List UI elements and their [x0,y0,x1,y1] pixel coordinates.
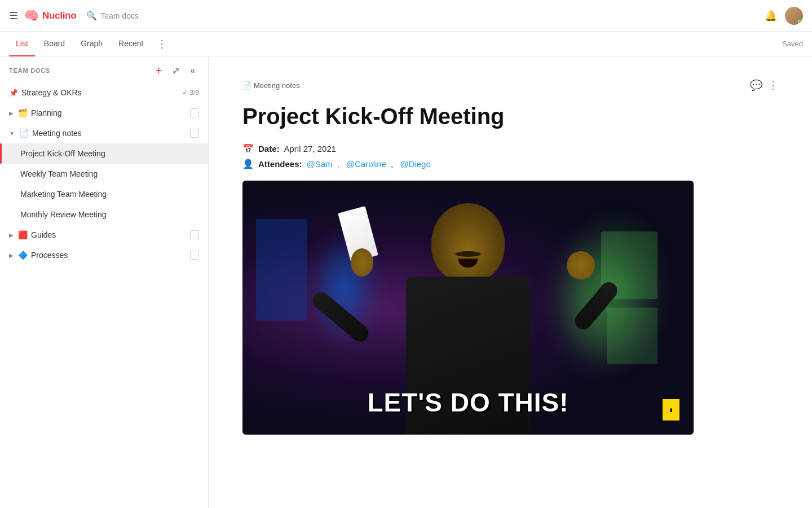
sidebar-item-marketing-team[interactable]: Marketing Team Meeting [0,184,208,204]
logo-area: 🧠 Nuclino [24,8,76,23]
attendee-sam[interactable]: @Sam [307,159,333,169]
hamburger-icon[interactable]: ☰ [9,10,18,22]
meta-date-row: 📅 Date: April 27, 2021 [242,143,778,154]
sidebar-item-processes[interactable]: ▶ 🔷 Processes [0,245,208,265]
meeting-notes-icon: 📄 [19,129,29,138]
search-label: Team docs [100,11,139,20]
saved-status: Saved [782,40,803,48]
content-topbar: 📄 Meeting notes 💬 ⋮ [242,79,778,91]
date-label: Date: [258,144,280,154]
sidebar-item-label: Strategy & OKRs [21,88,179,97]
tabbar: List Board Graph Recent ⋮ Saved [0,32,812,56]
main-area: TEAM DOCS + ⤢ « 📌 Strategy & OKRs ✓ 3/9 … [0,56,812,508]
date-value: April 27, 2021 [284,144,337,154]
person-hand-right [567,251,595,279]
sidebar-item-checkbox [190,129,199,138]
bell-icon[interactable]: 🔔 [765,10,777,22]
bg-screen-right2 [607,308,657,364]
avatar-online-dot [798,20,802,24]
attendee-diego[interactable]: @Diego [400,159,430,169]
search-area[interactable]: 🔍 Team docs [86,11,139,21]
sidebar-item-label: Marketing Team Meeting [20,190,199,199]
more-options-icon[interactable]: ⋮ [768,79,778,91]
planning-icon: 🗂️ [18,108,28,117]
chevron-down-icon: ▼ [9,130,15,137]
sidebar-item-checkbox [190,108,199,117]
sidebar: TEAM DOCS + ⤢ « 📌 Strategy & OKRs ✓ 3/9 … [0,56,209,508]
sidebar-item-label: Guides [31,230,187,239]
breadcrumb-icon: 📄 [242,81,251,90]
tab-graph[interactable]: Graph [74,32,109,56]
calendar-icon: 📅 [242,143,254,154]
bg-screen-left [256,219,307,321]
sidebar-collapse-button[interactable]: « [187,64,199,77]
comment-icon[interactable]: 💬 [750,79,762,91]
sidebar-expand-button[interactable]: ⤢ [170,64,182,77]
guides-icon: 🟥 [18,230,28,239]
tab-list[interactable]: List [9,32,35,56]
search-icon: 🔍 [86,11,97,21]
topbar-left: ☰ 🧠 Nuclino 🔍 Team docs [9,8,139,23]
natgeo-logo: ▮ [663,399,679,421]
sidebar-section-title: TEAM DOCS [9,67,50,74]
sidebar-item-label: Project Kick-Off Meeting [20,149,199,158]
sidebar-item-weekly-team[interactable]: Weekly Team Meeting [0,164,208,184]
sidebar-add-button[interactable]: + [153,64,165,77]
logo-brain-icon: 🧠 [24,8,39,23]
page-title: Project Kick-Off Meeting [242,103,778,130]
sidebar-header: TEAM DOCS + ⤢ « [0,56,208,82]
person-hand-left [351,248,373,277]
topbar-right: 🔔 [765,7,803,25]
content-image: LET'S DO THIS! ▮ [242,181,694,435]
content-area: 📄 Meeting notes 💬 ⋮ Project Kick-Off Mee… [209,56,812,508]
breadcrumb-label: Meeting notes [254,81,300,90]
attendee-caroline[interactable]: @Caroline [346,159,386,169]
sidebar-item-strategy[interactable]: 📌 Strategy & OKRs ✓ 3/9 [0,82,208,103]
avatar[interactable] [785,7,803,25]
topbar: ☰ 🧠 Nuclino 🔍 Team docs 🔔 [0,0,812,32]
processes-icon: 🔷 [18,251,28,260]
sidebar-item-guides[interactable]: ▶ 🟥 Guides [0,225,208,245]
gif-scene: LET'S DO THIS! ▮ [242,181,694,435]
sidebar-item-planning[interactable]: ▶ 🗂️ Planning [0,103,208,123]
person-mustache [456,251,481,257]
chevron-right-icon: ▶ [9,252,14,259]
content-actions: 💬 ⋮ [750,79,778,91]
gif-text-overlay: LET'S DO THIS! [367,387,568,418]
tab-more-button[interactable]: ⋮ [152,32,171,56]
sidebar-item-checkbox [190,251,199,260]
person-head [431,203,505,282]
tab-recent[interactable]: Recent [112,32,150,56]
breadcrumb: 📄 Meeting notes [242,81,300,90]
tab-board[interactable]: Board [37,32,72,56]
sidebar-item-monthly-review[interactable]: Monthly Review Meeting [0,204,208,225]
logo-text: Nuclino [42,10,76,21]
attendees-label: Attendees: [258,159,302,169]
pin-icon: 📌 [9,89,18,97]
chevron-right-icon: ▶ [9,232,14,238]
sidebar-item-meeting-notes[interactable]: ▼ 📄 Meeting notes [0,123,208,143]
sidebar-item-badge: ✓ 3/9 [182,89,199,97]
sidebar-item-label: Planning [31,108,187,117]
sidebar-item-checkbox [190,230,199,239]
sidebar-item-label: Monthly Review Meeting [20,210,199,219]
sidebar-header-actions: + ⤢ « [153,64,199,77]
chevron-right-icon: ▶ [9,110,14,116]
sidebar-item-label: Meeting notes [32,129,187,138]
sidebar-item-label: Processes [31,251,187,260]
person-mouth [458,259,478,268]
sidebar-item-label: Weekly Team Meeting [20,169,199,178]
sidebar-item-project-kickoff[interactable]: Project Kick-Off Meeting [0,143,208,164]
attendees-icon: 👤 [242,159,254,169]
meta-attendees-row: 👤 Attendees: @Sam, @Caroline, @Diego [242,159,778,169]
